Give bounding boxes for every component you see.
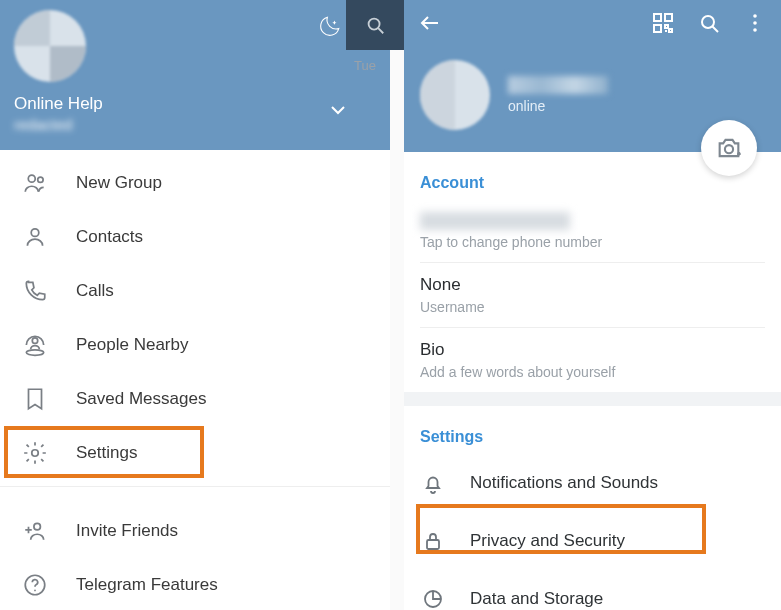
pie-icon <box>420 586 446 610</box>
search-icon[interactable] <box>697 11 721 39</box>
nearby-icon <box>22 332 48 358</box>
help-icon <box>22 572 48 598</box>
menu-people-nearby[interactable]: People Nearby <box>0 318 390 372</box>
menu-label: Saved Messages <box>76 389 206 409</box>
topbar <box>404 0 781 50</box>
profile-header: online <box>404 50 781 152</box>
drawer-subtitle: redacted <box>14 116 376 133</box>
divider <box>404 392 781 406</box>
svg-rect-21 <box>427 540 439 549</box>
svg-point-0 <box>28 175 35 182</box>
row-bio[interactable]: Bio Add a few words about yourself <box>420 328 765 392</box>
svg-point-15 <box>702 16 714 28</box>
gear-icon <box>22 440 48 466</box>
more-icon[interactable] <box>743 11 767 39</box>
search-icon[interactable] <box>346 0 404 50</box>
drawer-panel: Online Help redacted New Group Contacts <box>0 0 390 610</box>
svg-point-5 <box>32 450 39 457</box>
chevron-down-icon[interactable] <box>326 98 350 126</box>
menu-calls[interactable]: Calls <box>0 264 390 318</box>
bio-value: Bio <box>420 340 765 360</box>
avatar[interactable] <box>14 10 86 82</box>
phone-hint: Tap to change phone number <box>420 234 765 250</box>
row-label: Privacy and Security <box>470 531 625 551</box>
svg-point-6 <box>34 523 40 530</box>
username-label: Username <box>420 299 765 315</box>
menu-saved-messages[interactable]: Saved Messages <box>0 372 390 426</box>
menu-telegram-features[interactable]: Telegram Features <box>0 558 390 610</box>
svg-rect-14 <box>654 25 661 32</box>
svg-line-10 <box>378 28 383 33</box>
chat-background-sliver: Tue <box>390 0 404 610</box>
add-person-icon <box>22 518 48 544</box>
settings-section: Settings Notifications and Sounds Privac… <box>404 406 781 610</box>
svg-point-17 <box>753 14 757 18</box>
row-username[interactable]: None Username <box>420 263 765 328</box>
menu-label: Calls <box>76 281 114 301</box>
night-mode-icon[interactable] <box>316 14 342 44</box>
row-privacy[interactable]: Privacy and Security <box>420 512 765 570</box>
row-data-storage[interactable]: Data and Storage <box>420 570 765 610</box>
profile-name <box>508 76 608 94</box>
avatar[interactable] <box>420 60 490 130</box>
phone-icon <box>22 278 48 304</box>
svg-point-4 <box>26 350 43 355</box>
svg-rect-13 <box>665 14 672 21</box>
svg-point-8 <box>34 590 36 592</box>
bio-hint: Add a few words about yourself <box>420 364 765 380</box>
qr-icon[interactable] <box>651 11 675 39</box>
row-label: Data and Storage <box>470 589 603 609</box>
section-title: Settings <box>420 406 765 454</box>
phone-value <box>420 212 570 230</box>
svg-point-18 <box>753 21 757 25</box>
set-photo-button[interactable] <box>701 120 757 176</box>
svg-rect-12 <box>654 14 661 21</box>
drawer-menu: New Group Contacts Calls People Nearby <box>0 150 390 610</box>
day-label: Tue <box>354 58 376 73</box>
menu-invite-friends[interactable]: Invite Friends <box>0 504 390 558</box>
row-phone[interactable]: Tap to change phone number <box>420 200 765 263</box>
row-label: Notifications and Sounds <box>470 473 658 493</box>
people-icon <box>22 170 48 196</box>
svg-point-2 <box>31 229 39 237</box>
drawer-title: Online Help <box>14 94 376 114</box>
svg-point-19 <box>753 28 757 32</box>
menu-label: New Group <box>76 173 162 193</box>
bell-icon <box>420 470 446 496</box>
menu-label: Contacts <box>76 227 143 247</box>
menu-label: People Nearby <box>76 335 188 355</box>
menu-new-group[interactable]: New Group <box>0 156 390 210</box>
drawer-header: Online Help redacted <box>0 0 390 150</box>
svg-point-1 <box>38 177 43 182</box>
menu-label: Telegram Features <box>76 575 218 595</box>
svg-point-9 <box>369 19 380 30</box>
menu-label: Invite Friends <box>76 521 178 541</box>
bookmark-icon <box>22 386 48 412</box>
menu-settings[interactable]: Settings <box>0 426 390 480</box>
svg-point-20 <box>725 145 733 153</box>
profile-status: online <box>508 98 608 114</box>
row-notifications[interactable]: Notifications and Sounds <box>420 454 765 512</box>
account-section: Account Tap to change phone number None … <box>404 152 781 392</box>
username-value: None <box>420 275 765 295</box>
lock-icon <box>420 528 446 554</box>
settings-panel: online Account Tap to change phone numbe… <box>404 0 781 610</box>
svg-line-16 <box>713 27 719 33</box>
back-icon[interactable] <box>418 11 442 39</box>
person-icon <box>22 224 48 250</box>
menu-label: Settings <box>76 443 137 463</box>
menu-contacts[interactable]: Contacts <box>0 210 390 264</box>
